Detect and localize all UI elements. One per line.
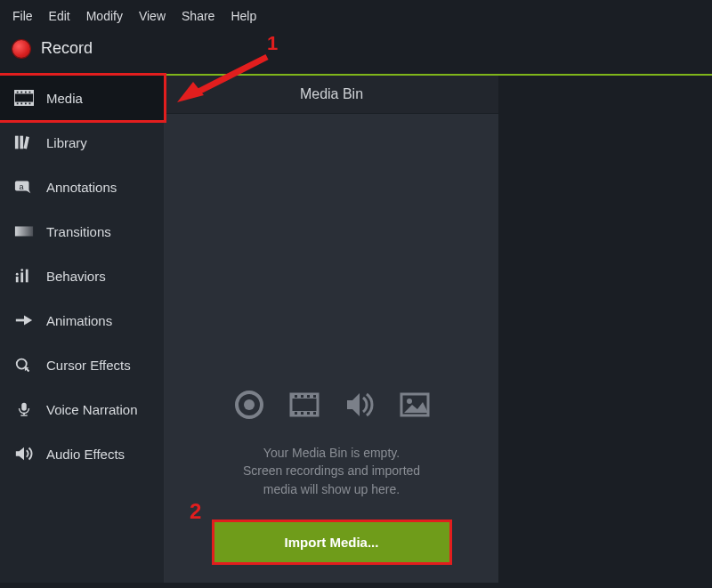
svg-rect-11 (15, 136, 19, 149)
menu-modify[interactable]: Modify (86, 9, 123, 23)
svg-rect-7 (17, 103, 19, 105)
record-label[interactable]: Record (41, 39, 93, 58)
svg-rect-5 (25, 92, 27, 93)
sidebar-item-annotations[interactable]: a Annotations (0, 165, 164, 209)
record-circle-icon (231, 387, 267, 423)
sidebar-item-behaviors[interactable]: Behaviors (0, 254, 164, 298)
panel-title: Media Bin (165, 76, 498, 114)
svg-rect-17 (16, 277, 19, 282)
svg-rect-25 (20, 415, 27, 415)
sidebar-item-audio-effects[interactable]: Audio Effects (0, 431, 164, 476)
svg-rect-32 (301, 395, 303, 398)
svg-rect-13 (23, 136, 28, 149)
svg-rect-10 (29, 103, 31, 105)
menu-edit[interactable]: Edit (49, 9, 70, 23)
svg-point-20 (16, 273, 19, 276)
speaker-icon (14, 446, 34, 462)
media-bin-panel: Media Bin Your Media Bin is empty. Scree (165, 76, 498, 583)
svg-rect-33 (307, 395, 310, 398)
svg-rect-35 (295, 412, 297, 415)
svg-rect-9 (25, 103, 27, 105)
empty-line: media will show up here. (243, 480, 420, 498)
sidebar-item-media[interactable]: Media (0, 73, 166, 123)
menu-share[interactable]: Share (182, 9, 214, 23)
animations-icon (14, 312, 34, 328)
svg-rect-3 (17, 92, 19, 93)
sidebar-item-cursor-effects[interactable]: Cursor Effects (0, 342, 164, 387)
sidebar-item-label: Media (46, 91, 83, 106)
menu-bar: File Edit Modify View Share Help (0, 0, 712, 30)
annotations-icon: a (14, 179, 34, 195)
transitions-icon (14, 223, 34, 239)
svg-point-21 (20, 269, 23, 271)
svg-point-27 (244, 399, 255, 410)
empty-line: Screen recordings and imported (243, 462, 420, 479)
sidebar-item-library[interactable]: Library (0, 120, 164, 165)
sidebar-item-voice-narration[interactable]: Voice Narration (0, 387, 164, 431)
menu-help[interactable]: Help (231, 9, 256, 23)
workspace: Media Library a Annotations Transitions … (0, 76, 712, 583)
menu-file[interactable]: File (12, 9, 33, 23)
sidebar-item-transitions[interactable]: Transitions (0, 209, 164, 254)
media-icon (14, 90, 34, 106)
sidebar-item-animations[interactable]: Animations (0, 298, 164, 342)
sidebar-item-label: Annotations (46, 180, 117, 195)
sidebar-item-label: Voice Narration (46, 402, 138, 417)
svg-rect-37 (307, 412, 310, 415)
behaviors-icon (14, 268, 34, 284)
empty-line: Your Media Bin is empty. (243, 444, 420, 462)
svg-rect-34 (313, 395, 316, 398)
menu-view[interactable]: View (139, 9, 166, 23)
svg-rect-4 (20, 92, 22, 93)
sidebar-item-label: Cursor Effects (46, 358, 131, 373)
svg-rect-8 (20, 103, 22, 105)
film-icon (287, 387, 322, 423)
annotation-number-1: 1 (267, 32, 278, 55)
audio-icon (342, 387, 377, 423)
svg-rect-31 (295, 395, 297, 398)
svg-point-40 (407, 399, 412, 404)
sidebar: Media Library a Annotations Transitions … (0, 76, 165, 583)
sidebar-item-label: Audio Effects (46, 447, 125, 462)
empty-message: Your Media Bin is empty. Screen recordin… (243, 444, 420, 498)
import-media-button[interactable]: Import Media... (212, 520, 452, 565)
svg-rect-16 (15, 227, 33, 237)
panel-body: Your Media Bin is empty. Screen recordin… (165, 114, 498, 583)
record-icon[interactable] (12, 40, 30, 58)
preview-area (498, 76, 712, 583)
svg-rect-38 (313, 412, 316, 415)
microphone-icon (14, 401, 34, 417)
library-icon (14, 134, 34, 150)
sidebar-item-label: Animations (46, 313, 112, 328)
svg-rect-19 (26, 270, 28, 283)
image-icon (397, 387, 433, 423)
svg-rect-23 (21, 403, 27, 411)
svg-rect-36 (301, 412, 303, 415)
svg-rect-24 (23, 413, 25, 415)
sidebar-item-label: Behaviors (46, 269, 106, 284)
svg-rect-18 (20, 272, 23, 282)
empty-icon-row (231, 387, 433, 423)
annotation-number-2: 2 (190, 499, 201, 524)
record-row: Record 1 (0, 30, 712, 74)
svg-rect-12 (20, 136, 23, 149)
cursor-effects-icon (14, 357, 34, 373)
sidebar-item-label: Transitions (46, 224, 111, 239)
sidebar-item-label: Library (46, 135, 87, 150)
svg-rect-6 (29, 92, 31, 93)
